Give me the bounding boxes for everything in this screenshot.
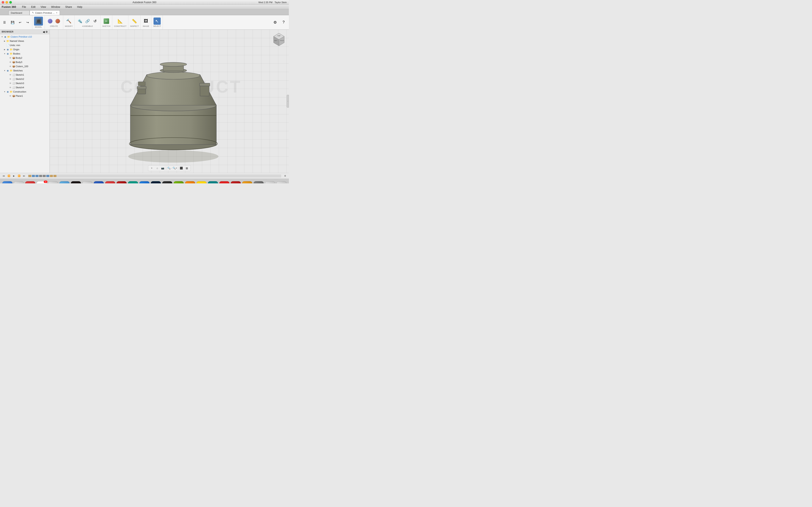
timeline-play-button[interactable]: ▶ xyxy=(12,174,16,178)
menu-help[interactable]: Help xyxy=(76,5,83,8)
dock-files[interactable]: 📂 xyxy=(82,181,92,183)
tree-item-construction[interactable]: ▼ ◉ 📁 Construction xyxy=(0,90,49,94)
timeline-marker-5[interactable] xyxy=(43,175,46,177)
dock-x[interactable]: ✕ xyxy=(105,181,115,183)
menu-file[interactable]: File xyxy=(21,5,27,8)
vp-zoom-out-button[interactable]: 🔍- xyxy=(167,166,172,170)
dock-filemanager[interactable]: 🗄 xyxy=(265,181,275,183)
timeline-marker-7[interactable] xyxy=(50,175,53,177)
vp-display-button[interactable]: ▦ xyxy=(185,166,189,170)
tree-item-named-views[interactable]: ▶ 📁 Named Views xyxy=(0,39,49,43)
tree-item-body3[interactable]: ▶ 👁 📦 Body3 xyxy=(0,60,49,64)
dock-spotify[interactable]: ♪ xyxy=(71,181,81,183)
modify-button[interactable]: 🔨 xyxy=(65,17,72,25)
vp-camera-button[interactable]: 📷 xyxy=(160,166,165,170)
dock-acrobat[interactable]: 📄 xyxy=(116,181,126,183)
vp-view-mode-button[interactable]: ⬛ xyxy=(179,166,184,170)
select-button[interactable]: ↖ xyxy=(154,17,161,25)
tree-item-sketch2[interactable]: ▶ 👁 ⬜ Sketch2 xyxy=(0,77,49,81)
create-cylinder-button[interactable] xyxy=(54,17,61,25)
timeline-marker-2[interactable] xyxy=(32,175,35,177)
dock-chrome[interactable]: 🌐 xyxy=(48,181,58,183)
sketch-button[interactable]: ✏ xyxy=(103,17,110,25)
viewcube[interactable]: TOP RIGHT LEFT xyxy=(271,32,286,47)
create-sphere-button[interactable] xyxy=(47,17,54,25)
timeline-settings-button[interactable]: ⚙ xyxy=(283,174,287,178)
dock-kaspersky[interactable]: K xyxy=(128,181,138,183)
tree-item-units[interactable]: ▶ 📄 Units: mm xyxy=(0,43,49,47)
menu-view[interactable]: View xyxy=(40,5,47,8)
tree-item-bodies[interactable]: ▼ ◉ 📁 Bodies xyxy=(0,52,49,56)
timeline-marker-4[interactable] xyxy=(39,175,42,177)
dock-solidworks[interactable]: M xyxy=(219,181,230,183)
dock-trash[interactable]: 🗑 xyxy=(276,181,287,183)
assemble-btn2[interactable]: 🔗 xyxy=(84,17,91,25)
sidebar-toggle-button[interactable]: ☰ xyxy=(1,19,8,26)
timeline-marker-1[interactable] xyxy=(28,175,31,177)
tree-item-plane1[interactable]: ▶ 👁 📦 Plane1 xyxy=(0,94,49,98)
menu-share[interactable]: Share xyxy=(64,5,73,8)
dock-calendar[interactable]: 📅 16 xyxy=(37,181,47,183)
window-controls[interactable] xyxy=(2,1,12,4)
dock-photoshop[interactable]: Ps xyxy=(151,181,161,183)
tree-item-sketches[interactable]: ▼ ◉ 📁 Sketches xyxy=(0,68,49,73)
tree-item-body2[interactable]: ▶ 👁 📦 Body2 xyxy=(0,56,49,60)
icon-sketch2-type: ⬜ xyxy=(12,77,15,80)
dock-cougar[interactable]: 🦁 xyxy=(242,181,252,183)
timeline-next-button[interactable]: ⏩ xyxy=(17,174,21,178)
tree-item-sketch3[interactable]: ▶ 👁 ⬜ Sketch3 xyxy=(0,81,49,86)
save-button[interactable]: 💾 xyxy=(9,19,16,26)
dock-avast[interactable]: 🛡 xyxy=(25,181,35,183)
dock-mail[interactable]: 📬 xyxy=(59,181,69,183)
browser-gear[interactable]: ⚙ xyxy=(45,31,48,34)
timeline-prev-button[interactable]: ⏪ xyxy=(7,174,11,178)
tree-item-origin[interactable]: ▶ ◉ 📁 Origin xyxy=(0,47,49,52)
construct-button[interactable]: 📐 xyxy=(117,17,124,25)
dock-finder[interactable]: 🗂 xyxy=(2,181,12,183)
dock-launchpad[interactable]: 🚀 xyxy=(14,181,24,183)
tab-cistern[interactable]: ✎ Cistern Primitive ... ✕ xyxy=(30,10,60,15)
timeline-start-button[interactable]: ⏮ xyxy=(2,174,6,178)
browser-controls[interactable]: ◀ ⚙ xyxy=(43,31,48,34)
dock-cuda[interactable]: N xyxy=(173,181,184,183)
vp-home-button[interactable]: ⌂ xyxy=(155,166,160,170)
minimize-button[interactable] xyxy=(5,1,8,4)
close-button[interactable] xyxy=(2,1,4,4)
undo-button[interactable]: ↩ xyxy=(16,19,24,26)
tree-item-cistern100[interactable]: ▶ 👁 📦 Cistern_100 xyxy=(0,64,49,68)
redo-button[interactable]: ↪ xyxy=(24,19,31,26)
tab-dashboard[interactable]: Dashboard xyxy=(8,10,30,15)
vp-grid-button[interactable]: + xyxy=(150,166,154,170)
dock-airmail[interactable]: ✈ xyxy=(231,181,241,183)
browser-arrow-left[interactable]: ◀ xyxy=(43,31,45,34)
dock-arduino[interactable]: ∞ xyxy=(208,181,218,183)
viewcube-svg[interactable]: TOP RIGHT LEFT xyxy=(271,32,286,47)
tree-item-root[interactable]: ▼ ◉ 📁 Cistern Primitive v10 xyxy=(0,35,49,39)
viewport[interactable]: CONSTRUCT xyxy=(50,30,289,173)
dock-fcpx[interactable]: 🎬 xyxy=(162,181,172,183)
dock-vlc[interactable]: 🔶 xyxy=(185,181,195,183)
help-button[interactable]: ? xyxy=(280,19,287,26)
tab-close-button[interactable]: ✕ xyxy=(56,12,57,14)
settings-button[interactable]: ⚙ xyxy=(271,19,279,26)
tree-item-sketch4[interactable]: ▶ 👁 ⬜ Sketch4 xyxy=(0,86,49,90)
dock-sysprefs[interactable]: ⚙ xyxy=(254,181,264,183)
vp-zoom-in-button[interactable]: 🔍+ xyxy=(172,166,177,170)
dock-notes[interactable]: 📒 xyxy=(196,181,207,183)
tree-item-sketch1[interactable]: ▶ 👁 ⬜ Sketch1 xyxy=(0,73,49,77)
right-panel-handle[interactable]: ‹ xyxy=(287,95,289,108)
menu-edit[interactable]: Edit xyxy=(30,5,36,8)
timeline-marker-8[interactable] xyxy=(53,175,56,177)
assemble-btn3[interactable]: ↺ xyxy=(92,17,99,25)
image-button[interactable]: 🖼 xyxy=(142,17,150,25)
dock-word[interactable]: W xyxy=(94,181,104,183)
model-workspace-button[interactable]: ⬛ xyxy=(34,17,43,25)
menu-window[interactable]: Window xyxy=(50,5,61,8)
timeline-marker-3[interactable] xyxy=(36,175,39,177)
timeline-marker-6[interactable] xyxy=(46,175,49,177)
inspect-button[interactable]: 📏 xyxy=(131,17,138,25)
dock-fusion[interactable]: ⚙ xyxy=(139,181,150,183)
maximize-button[interactable] xyxy=(9,1,12,4)
timeline-end-button[interactable]: ⏭ xyxy=(22,174,26,178)
assemble-btn1[interactable]: 🔩 xyxy=(77,17,84,25)
